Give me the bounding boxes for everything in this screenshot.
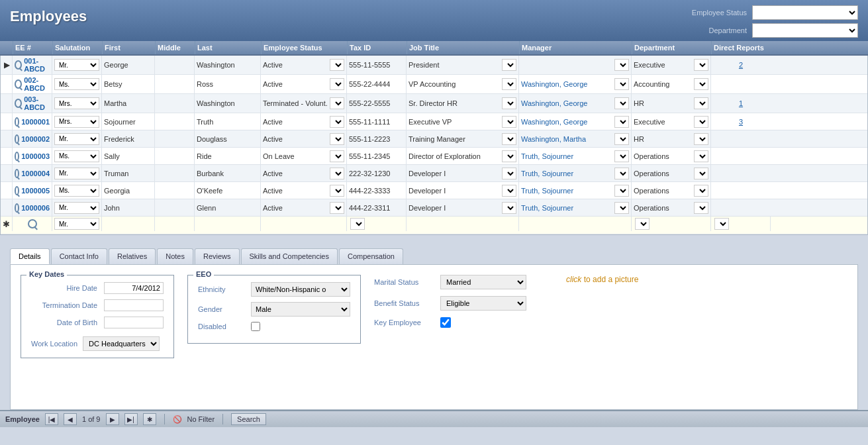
- nav-search-button[interactable]: Search: [231, 413, 266, 425]
- tab-skills-and-competencies[interactable]: Skills and Competencies: [241, 248, 338, 264]
- manager-input[interactable]: [521, 118, 612, 126]
- job-title-input[interactable]: [409, 152, 499, 160]
- status-dropdown[interactable]: ActiveInactiveOn LeaveTerminated - Volun…: [330, 59, 344, 71]
- job-title-input[interactable]: [409, 99, 499, 107]
- job-title-dropdown[interactable]: PresidentVP AccountingSr. Director HRExe…: [502, 78, 516, 90]
- manager-input[interactable]: [521, 61, 612, 69]
- manager-dropdown[interactable]: [614, 202, 629, 214]
- tab-relatives[interactable]: Relatives: [109, 248, 156, 264]
- search-icon[interactable]: [15, 134, 19, 144]
- first-name-input[interactable]: [104, 99, 152, 107]
- manager-input[interactable]: [521, 204, 612, 212]
- termination-date-input[interactable]: [104, 299, 164, 311]
- last-name-input[interactable]: [197, 61, 258, 69]
- salutation-select[interactable]: Mr.Mrs.Ms.Dr.: [54, 150, 99, 162]
- status-dropdown[interactable]: ActiveInactiveOn LeaveTerminated - Volun…: [330, 97, 344, 109]
- tab-reviews[interactable]: Reviews: [195, 248, 240, 264]
- marital-status-select[interactable]: Married Single Divorced Widowed: [440, 275, 526, 289]
- middle-name-input[interactable]: [157, 80, 192, 88]
- gender-select[interactable]: Male Female: [251, 302, 350, 317]
- first-name-input[interactable]: [104, 204, 152, 212]
- job-title-dropdown[interactable]: PresidentVP AccountingSr. Director HRExe…: [502, 97, 516, 109]
- direct-reports-link[interactable]: 1: [739, 99, 743, 107]
- department-dropdown[interactable]: ExecutiveAccountingHROperations: [694, 116, 708, 128]
- department-dropdown[interactable]: ExecutiveAccountingHROperations: [694, 59, 708, 71]
- salutation-select[interactable]: Mr.Mrs.Ms.Dr.: [54, 59, 99, 71]
- work-location-select[interactable]: DC Headquarters Remote: [83, 336, 160, 351]
- manager-input[interactable]: [521, 152, 612, 160]
- manager-dropdown[interactable]: [614, 133, 629, 145]
- salutation-select[interactable]: Mr.Mrs.Ms.Dr.: [54, 116, 99, 128]
- first-name-input[interactable]: [104, 170, 152, 177]
- new-status-dropdown[interactable]: [350, 218, 365, 230]
- hire-date-input[interactable]: [104, 282, 164, 294]
- status-input[interactable]: [263, 61, 327, 69]
- first-name-input[interactable]: [104, 152, 152, 160]
- manager-dropdown[interactable]: [614, 116, 629, 128]
- salutation-select[interactable]: Mr.Mrs.Ms.Dr.: [54, 168, 99, 179]
- status-dropdown[interactable]: ActiveInactiveOn LeaveTerminated - Volun…: [330, 185, 344, 197]
- status-input[interactable]: [263, 99, 327, 107]
- tax-id-input[interactable]: [349, 118, 404, 126]
- department-input[interactable]: [634, 61, 691, 69]
- department-input[interactable]: [634, 80, 691, 88]
- tax-id-input[interactable]: [349, 80, 404, 88]
- status-input[interactable]: [263, 80, 327, 88]
- search-icon[interactable]: [15, 79, 22, 89]
- manager-dropdown[interactable]: [614, 185, 629, 197]
- salutation-select[interactable]: Mr.Mrs.Ms.Dr.: [54, 133, 99, 145]
- tax-id-input[interactable]: [349, 152, 404, 160]
- status-input[interactable]: [263, 170, 327, 177]
- middle-name-input[interactable]: [157, 187, 192, 195]
- status-dropdown[interactable]: ActiveInactiveOn LeaveTerminated - Volun…: [330, 116, 344, 128]
- first-name-input[interactable]: [104, 187, 152, 195]
- search-icon[interactable]: [15, 186, 19, 195]
- tax-id-input[interactable]: [349, 170, 404, 177]
- manager-input[interactable]: [521, 135, 612, 143]
- manager-dropdown[interactable]: [614, 78, 629, 90]
- first-name-input[interactable]: [104, 61, 152, 69]
- job-title-input[interactable]: [409, 187, 499, 195]
- nav-new-button[interactable]: ✱: [143, 413, 156, 425]
- salutation-select[interactable]: Mr.Mrs.Ms.Dr.: [54, 185, 99, 197]
- tax-id-input[interactable]: [349, 61, 404, 69]
- status-input[interactable]: [263, 118, 327, 126]
- status-dropdown[interactable]: ActiveInactiveOn LeaveTerminated - Volun…: [330, 202, 344, 214]
- benefit-status-select[interactable]: Eligible Not Eligible: [440, 296, 526, 311]
- nav-last-button[interactable]: ▶|: [124, 413, 138, 425]
- manager-input[interactable]: [521, 187, 612, 195]
- tax-id-input[interactable]: [349, 187, 404, 195]
- last-name-input[interactable]: [197, 204, 258, 212]
- status-dropdown[interactable]: ActiveInactiveOn LeaveTerminated - Volun…: [330, 168, 344, 179]
- department-input[interactable]: [634, 99, 691, 107]
- last-name-input[interactable]: [197, 135, 258, 143]
- department-dropdown[interactable]: ExecutiveAccountingHROperations: [694, 133, 708, 145]
- middle-name-input[interactable]: [157, 135, 192, 143]
- manager-dropdown[interactable]: [614, 59, 629, 71]
- first-name-input[interactable]: [104, 135, 152, 143]
- tax-id-input[interactable]: [349, 99, 404, 107]
- status-dropdown[interactable]: ActiveInactiveOn LeaveTerminated - Volun…: [330, 133, 344, 145]
- department-input[interactable]: [634, 118, 691, 126]
- picture-area[interactable]: click to add a picture: [566, 275, 638, 284]
- department-dropdown[interactable]: ExecutiveAccountingHROperations: [694, 97, 708, 109]
- search-icon[interactable]: [15, 117, 19, 126]
- department-dropdown[interactable]: ExecutiveAccountingHROperations: [694, 150, 708, 162]
- tab-details[interactable]: Details: [10, 248, 50, 264]
- tab-contact-info[interactable]: Contact Info: [51, 248, 107, 264]
- job-title-dropdown[interactable]: PresidentVP AccountingSr. Director HRExe…: [502, 202, 516, 214]
- department-select[interactable]: Executive Accounting HR Operations: [752, 23, 858, 38]
- dob-input[interactable]: [104, 317, 164, 328]
- search-icon[interactable]: [15, 152, 19, 161]
- nav-first-button[interactable]: |◀: [45, 413, 58, 425]
- status-dropdown[interactable]: ActiveInactiveOn LeaveTerminated - Volun…: [330, 150, 344, 162]
- department-input[interactable]: [634, 187, 691, 195]
- last-name-input[interactable]: [197, 152, 258, 160]
- manager-input[interactable]: [521, 99, 612, 107]
- search-icon[interactable]: [15, 203, 19, 213]
- job-title-input[interactable]: [409, 118, 499, 126]
- nav-prev-button[interactable]: ◀: [64, 413, 77, 425]
- key-employee-checkbox[interactable]: [440, 317, 451, 328]
- department-dropdown[interactable]: ExecutiveAccountingHROperations: [694, 78, 708, 90]
- search-icon[interactable]: [28, 219, 37, 228]
